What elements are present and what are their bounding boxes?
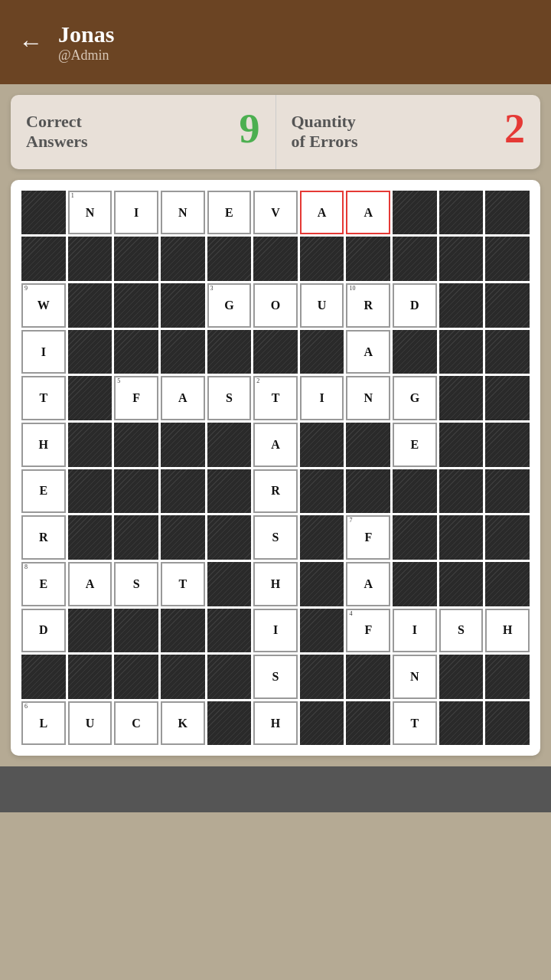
cell-letter: W — [37, 299, 50, 312]
correct-value: 9 — [240, 105, 260, 152]
cell[interactable]: A — [346, 562, 390, 606]
cell-letter: N — [86, 206, 95, 220]
cell-letter: E — [411, 438, 419, 452]
cell-letter: O — [271, 299, 280, 312]
cell[interactable]: T — [21, 376, 66, 420]
cell — [439, 330, 484, 374]
cell[interactable]: A — [161, 376, 205, 420]
cell[interactable]: E — [207, 191, 252, 235]
cell[interactable]: U — [300, 283, 344, 328]
cell[interactable]: S — [253, 655, 298, 699]
cell[interactable]: E — [21, 469, 66, 514]
cell-letter: A — [364, 577, 373, 591]
cell[interactable]: A — [68, 562, 112, 606]
cell[interactable]: I — [393, 609, 437, 653]
cell[interactable]: R — [253, 469, 298, 514]
cell[interactable]: O — [253, 283, 298, 328]
cell-letter: S — [272, 531, 279, 544]
cell[interactable]: A — [300, 191, 344, 235]
cell[interactable]: C — [114, 701, 158, 746]
correct-answers-box: Correct Answers 9 — [11, 95, 276, 169]
cell — [114, 655, 158, 699]
cell[interactable]: D — [21, 609, 66, 653]
cell — [114, 469, 158, 514]
back-button[interactable]: ← — [18, 28, 43, 57]
cell-letter: E — [225, 206, 233, 220]
cell — [161, 515, 205, 560]
cell[interactable]: H — [253, 701, 298, 746]
cell[interactable]: E — [393, 423, 437, 467]
cell — [207, 469, 252, 514]
cell-letter: R — [271, 484, 280, 498]
cell[interactable]: 1N — [68, 191, 112, 235]
cell-letter: K — [178, 717, 187, 730]
cell-letter: S — [133, 577, 140, 591]
cell[interactable]: S — [439, 609, 484, 653]
cell[interactable]: H — [21, 423, 66, 467]
cell[interactable]: 2T — [253, 376, 298, 420]
cell[interactable]: 5F — [114, 376, 158, 420]
cell — [68, 330, 112, 374]
cell[interactable]: H — [253, 562, 298, 606]
user-name: Jonas — [58, 21, 114, 47]
cell[interactable]: U — [68, 701, 112, 746]
cell — [346, 237, 390, 281]
cell[interactable]: S — [207, 376, 252, 420]
cell[interactable]: N — [346, 376, 390, 420]
cell-letter: N — [364, 391, 373, 405]
cell[interactable]: I — [300, 376, 344, 420]
cell[interactable]: T — [393, 701, 437, 746]
cell[interactable]: 9W — [21, 283, 66, 328]
cell[interactable]: A — [253, 423, 298, 467]
cell — [68, 469, 112, 514]
cell — [68, 237, 112, 281]
cell-letter: G — [224, 299, 233, 312]
cell — [114, 423, 158, 467]
cell[interactable]: 4F — [346, 609, 390, 653]
cell[interactable]: T — [161, 562, 205, 606]
cell[interactable]: S — [253, 515, 298, 560]
cell[interactable]: S — [114, 562, 158, 606]
cell — [346, 469, 390, 514]
cell[interactable]: A — [346, 330, 390, 374]
cell — [114, 515, 158, 560]
cell[interactable]: 3G — [207, 283, 252, 328]
cell[interactable]: K — [161, 701, 205, 746]
cell[interactable]: N — [161, 191, 205, 235]
cell[interactable]: 6L — [21, 701, 66, 746]
cell[interactable]: I — [21, 330, 66, 374]
user-info: Jonas @Admin — [58, 21, 114, 64]
cell[interactable]: A — [346, 191, 390, 235]
cell[interactable]: R — [21, 515, 66, 560]
cell — [161, 655, 205, 699]
cell — [300, 237, 344, 281]
cell[interactable]: N — [393, 655, 437, 699]
cell[interactable]: I — [114, 191, 158, 235]
cell — [439, 562, 484, 606]
cell-letter: F — [364, 531, 372, 544]
cell-letter: U — [86, 717, 95, 730]
cell[interactable]: 8E — [21, 562, 66, 606]
cell-letter: T — [39, 391, 47, 405]
cell — [68, 515, 112, 560]
cell-letter: F — [364, 623, 372, 637]
cell-letter: R — [39, 531, 48, 544]
cell-letter: D — [39, 623, 48, 637]
cell[interactable]: D — [393, 283, 437, 328]
cell — [485, 237, 530, 281]
cell[interactable]: H — [485, 609, 530, 653]
cell — [300, 562, 344, 606]
cell — [485, 283, 530, 328]
cell[interactable]: I — [253, 609, 298, 653]
cell-number: 9 — [24, 286, 28, 292]
cell — [300, 330, 344, 374]
cell[interactable]: 7F — [346, 515, 390, 560]
cell-letter: L — [39, 717, 47, 730]
cell-number: 1 — [71, 193, 74, 199]
cell[interactable]: 10R — [346, 283, 390, 328]
cell-letter: A — [364, 345, 373, 359]
cell — [207, 562, 252, 606]
cell — [207, 515, 252, 560]
cell[interactable]: V — [253, 191, 298, 235]
cell[interactable]: G — [393, 376, 437, 420]
